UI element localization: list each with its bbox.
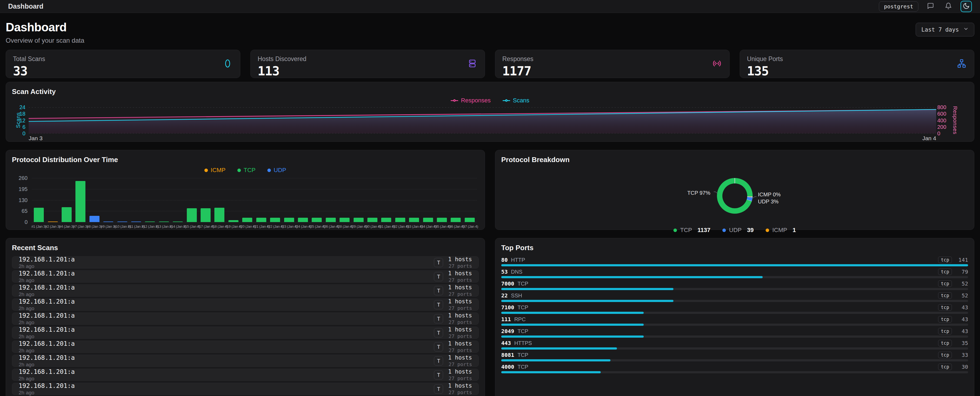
scan-ports: 27 ports	[449, 263, 472, 269]
recent-scan-row[interactable]: 192.168.1.201:a2h agoT1 hosts27 ports	[12, 369, 479, 381]
bar-segment	[298, 218, 308, 222]
recent-scan-row[interactable]: 192.168.1.201:a2h agoT1 hosts27 ports	[12, 341, 479, 353]
recent-scan-row[interactable]: 192.168.1.201:a2h agoT1 hosts27 ports	[12, 355, 479, 367]
port-row-80[interactable]: 80HTTPtcp141	[501, 257, 968, 266]
recent-scans-card: Recent Scans 192.168.1.201:a2h agoT1 hos…	[6, 238, 485, 396]
bar-17-jan-4: #17 (Jan 4)	[199, 178, 213, 222]
bar-31-jan-4: #31 (Jan 4)	[379, 178, 393, 222]
bar-segment	[242, 218, 252, 222]
donut-chart: TCP 97% ICMP 0% UDP 3%	[651, 164, 819, 224]
scan-time: 2h ago	[19, 291, 75, 298]
legend-label: Scans	[513, 97, 529, 104]
port-row-7000[interactable]: 7000TCPtcp52	[501, 280, 968, 290]
legend-item-scans[interactable]: Scans	[503, 97, 529, 104]
axis-tick: 195	[19, 186, 27, 192]
scan-hosts: 1 hosts	[448, 326, 472, 333]
legend-item-tcp[interactable]: TCP	[237, 167, 256, 174]
protocol-legend: ICMPTCPUDP	[12, 167, 479, 174]
port-row-22[interactable]: 22SSHtcp52	[501, 293, 968, 302]
protocol-badge: tcp	[938, 328, 952, 334]
port-service: RPC	[514, 316, 525, 323]
port-service: TCP	[517, 304, 528, 310]
bar-9-jan-3: #9 (Jan 3)	[101, 178, 115, 222]
port-bar-track	[501, 347, 968, 350]
port-count: 43	[956, 316, 968, 323]
port-row-443[interactable]: 443HTTPStcp35	[501, 340, 968, 350]
legend-dot-icon	[765, 228, 769, 232]
port-bar-fill	[501, 264, 968, 266]
legend-count: 1137	[697, 227, 711, 234]
recent-scans-list: 192.168.1.201:a2h agoT1 hosts27 ports192…	[12, 257, 479, 395]
donut-legend-item-tcp[interactable]: TCP1137	[673, 227, 711, 234]
port-row-8081[interactable]: 8081TCPtcp33	[501, 352, 968, 361]
port-bar-fill	[501, 359, 611, 361]
port-bar-fill	[501, 347, 617, 350]
feedback-button[interactable]	[925, 1, 936, 12]
port-bar-track	[501, 336, 968, 337]
port-service: SSH	[511, 293, 522, 299]
date-range-button[interactable]: Last 7 days	[916, 23, 974, 36]
legend-item-responses[interactable]: Responses	[451, 97, 491, 104]
legend-item-udp[interactable]: UDP	[267, 167, 286, 174]
recent-scan-row[interactable]: 192.168.1.201:a2h agoT1 hosts27 ports	[12, 257, 479, 269]
scan-time: 2h ago	[19, 376, 75, 382]
scan-activity-card: Scan Activity ResponsesScans 24181260 Ja…	[6, 82, 974, 142]
recent-scan-row[interactable]: 192.168.1.201:a2h agoT1 hosts27 ports	[12, 383, 479, 395]
recent-scan-row[interactable]: 192.168.1.201:a2h agoT1 hosts27 ports	[12, 270, 479, 282]
scan-hosts: 1 hosts	[448, 369, 472, 375]
bar-segment	[284, 218, 294, 222]
bar-20-jan-4: #20 (Jan 4)	[240, 178, 254, 222]
bar-19-jan-4: #19 (Jan 4)	[227, 178, 240, 222]
bar-segment	[75, 181, 86, 222]
scan-ports: 27 ports	[449, 347, 472, 353]
main-content: Dashboard Overview of your scan data Las…	[0, 13, 980, 396]
donut-legend-item-udp[interactable]: UDP39	[722, 227, 754, 234]
port-service: TCP	[517, 364, 528, 370]
scan-time: 2h ago	[19, 306, 75, 312]
scan-type-badge: T	[434, 384, 443, 394]
port-row-4000[interactable]: 4000TCPtcp30	[501, 364, 968, 373]
bar-30-jan-4: #30 (Jan 4)	[366, 178, 379, 222]
port-service: HTTP	[511, 257, 525, 263]
donut-callout-icmp: ICMP 0%	[758, 192, 781, 198]
env-badge[interactable]: postgrest	[879, 2, 918, 12]
stat-card-hosts-discovered: Hosts Discovered113	[250, 50, 485, 78]
port-service: TCP	[517, 328, 528, 334]
recent-scan-row[interactable]: 192.168.1.201:a2h agoT1 hosts27 ports	[12, 326, 479, 339]
legend-dot-icon	[673, 228, 677, 232]
legend-label: TCP	[243, 167, 256, 174]
legend-item-icmp[interactable]: ICMP	[204, 167, 226, 174]
port-service: HTTPS	[514, 340, 532, 346]
theme-toggle-button[interactable]	[961, 1, 972, 12]
recent-scan-row[interactable]: 192.168.1.201:a2h agoT1 hosts27 ports	[12, 298, 479, 310]
bar-segment	[312, 218, 322, 222]
recent-scan-row[interactable]: 192.168.1.201:a2h agoT1 hosts27 ports	[12, 284, 479, 296]
port-row-111[interactable]: 111RPCtcp43	[501, 316, 968, 326]
stat-label: Total Scans	[13, 55, 233, 63]
port-bar-track	[501, 324, 968, 326]
donut-legend-item-icmp[interactable]: ICMP1	[765, 227, 796, 234]
port-row-53[interactable]: 53DNStcp79	[501, 269, 968, 278]
top-ports-list: 80HTTPtcp14153DNStcp797000TCPtcp5222SSHt…	[501, 257, 968, 373]
bar-segment	[465, 218, 475, 222]
scan-ports: 27 ports	[449, 361, 472, 367]
scan-ports: 27 ports	[449, 375, 472, 381]
stats-row: Total Scans33Hosts Discovered113Response…	[6, 50, 974, 78]
axis-tick: 260	[19, 175, 27, 181]
message-square-icon	[927, 2, 934, 10]
port-bar-track	[501, 300, 968, 302]
bar-segment	[117, 222, 127, 222]
donut-callout-tcp: TCP 97%	[687, 190, 710, 196]
axis-tick: 800	[937, 104, 946, 111]
scan-hosts: 1 hosts	[448, 256, 472, 263]
protocol-distribution-card: Protocol Distribution Over Time ICMPTCPU…	[6, 150, 485, 230]
port-row-7100[interactable]: 7100TCPtcp43	[501, 304, 968, 314]
port-row-2049[interactable]: 2049TCPtcp43	[501, 328, 968, 337]
port-bar-track	[501, 288, 968, 290]
bar-segment	[326, 218, 336, 222]
port-bar-fill	[501, 312, 644, 314]
bar-4-jan-3: #4 (Jan 3)	[60, 178, 73, 222]
recent-scan-row[interactable]: 192.168.1.201:a2h agoT1 hosts27 ports	[12, 312, 479, 325]
notifications-button[interactable]	[943, 1, 954, 12]
bar-25-jan-4: #25 (Jan 4)	[310, 178, 324, 222]
